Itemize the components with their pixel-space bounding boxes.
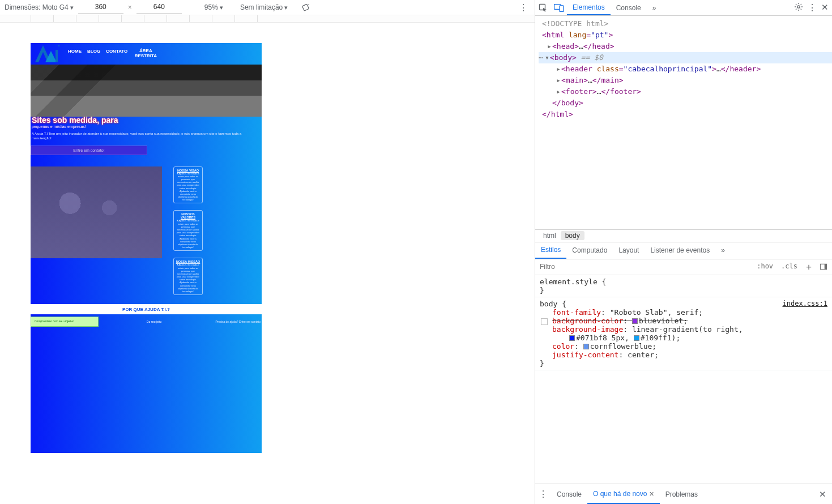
styles-tabs: Estilos Computado Layout Listener de eve… [535, 242, 832, 259]
site-nav: HOME BLOG CONTATO ÁREA RESTRITA [68, 49, 158, 59]
tabs-more-icon[interactable]: » [647, 0, 662, 15]
device-toggle-icon[interactable] [552, 1, 566, 15]
tab-elements[interactable]: Elementos [567, 0, 611, 15]
kebab-icon[interactable]: ⋮ [808, 2, 817, 13]
card-valores: NOSSOS VALORES A Ajuda T.I foi criada e … [173, 210, 203, 251]
why-title: POR QUE AJUDA T.I.? [31, 304, 262, 314]
device-toolbar: Dimensões: Moto G4 × 95% Sem limitação ⋮ [0, 0, 535, 15]
svg-rect-3 [56, 50, 58, 62]
hero-subtitle: pequenas e médias empresas! [32, 125, 262, 129]
rule-body: body { [540, 300, 566, 308]
cta-button[interactable]: Entre em contato! [31, 146, 147, 155]
close-icon[interactable]: ✕ [817, 488, 831, 501]
breadcrumb: html body [535, 230, 832, 242]
card-visao: NOSSA VISÃO A Ajuda T.I foi criada e exi… [173, 166, 203, 204]
dom-tree[interactable]: <!DOCTYPE html> <html lang="pt"> ▸<head>… [535, 16, 832, 229]
bottom-commitment: Compromisso com seu objetivo [31, 317, 99, 327]
color-swatch[interactable] [632, 318, 638, 324]
svg-line-14 [801, 9, 801, 10]
svg-rect-18 [825, 264, 827, 269]
devtools-toolbar: Elementos Console » ⋮ ✕ [535, 0, 832, 16]
crumb-body[interactable]: body [561, 231, 584, 240]
card-title: NOSSA VISÃO [176, 169, 200, 172]
tabs-more-icon[interactable]: » [715, 242, 731, 259]
svg-rect-7 [560, 6, 564, 12]
color-swatch[interactable] [634, 335, 639, 341]
hero-description: A Ajuda T.I Tem um jeito inovador de ate… [31, 129, 262, 144]
styles-body[interactable]: element.style { } index.css:1 body { fon… [535, 275, 832, 484]
dom-selected-body[interactable]: ⋯▾<body> == $0 [539, 52, 832, 63]
hov-toggle[interactable]: :hov [755, 262, 775, 272]
hero-image [31, 65, 262, 117]
tab-layout[interactable]: Layout [613, 242, 645, 259]
kebab-icon[interactable]: ⋮ [519, 2, 528, 13]
rule-element-style: element.style { [540, 277, 606, 286]
svg-line-16 [801, 4, 801, 5]
zoom-dropdown[interactable]: 95% [198, 3, 230, 11]
site-header: HOME BLOG CONTATO ÁREA RESTRITA [31, 43, 262, 65]
nav-area-restrita[interactable]: ÁREA RESTRITA [133, 49, 158, 59]
tab-listeners[interactable]: Listener de eventos [645, 242, 715, 259]
site-logo [35, 45, 62, 62]
inspect-icon[interactable] [536, 1, 550, 15]
nav-home[interactable]: HOME [68, 49, 82, 59]
card-title: NOSSOS VALORES [176, 212, 200, 219]
bottom-middle: Do seu jeito [99, 317, 210, 327]
tab-console[interactable]: Console [611, 0, 647, 15]
gear-icon[interactable] [794, 2, 803, 13]
cls-toggle[interactable]: .cls [779, 262, 799, 272]
color-swatch[interactable] [569, 335, 575, 341]
svg-line-13 [796, 4, 796, 5]
drawer-whatsnew[interactable]: O que há de novo× [587, 484, 660, 504]
dim-separator: × [126, 3, 134, 11]
device-preset-dropdown[interactable]: Dimensões: Moto G4 [0, 3, 74, 11]
card-text: A Ajuda T.I foi criada e existe para tod… [176, 219, 200, 249]
svg-line-15 [796, 9, 796, 10]
card-text: A Ajuda T.I foi criada e existe para tod… [176, 263, 200, 293]
tab-computed[interactable]: Computado [566, 242, 613, 259]
bottom-help: Precisa de ajuda? Entre em contato [210, 317, 262, 327]
styles-filter-input[interactable] [535, 259, 752, 275]
device-height-input[interactable] [136, 1, 182, 14]
prop-checkbox[interactable] [541, 318, 548, 325]
doctype: <!DOCTYPE html> [542, 19, 608, 28]
card-missao: NOSSA MISSÃO A Ajuda T.I foi criada e ex… [173, 258, 203, 295]
hero-title: Sites sob medida, para [32, 116, 262, 125]
device-width-input[interactable] [78, 1, 123, 14]
svg-rect-0 [302, 4, 309, 11]
crumb-html[interactable]: html [539, 231, 561, 240]
source-link[interactable]: index.css:1 [783, 300, 827, 307]
drawer-problems[interactable]: Problemas [660, 484, 703, 504]
nav-blog[interactable]: BLOG [87, 49, 100, 59]
close-icon[interactable]: × [647, 489, 654, 498]
device-frame: HOME BLOG CONTATO ÁREA RESTRITA Sites so… [31, 43, 262, 453]
styles-toolbar: :hov .cls + [535, 259, 832, 275]
svg-rect-4 [58, 45, 59, 46]
bottom-row: Compromisso com seu objetivo Do seu jeit… [31, 317, 262, 327]
rotate-icon[interactable] [297, 3, 315, 12]
card-text: A Ajuda T.I foi criada e existe para tod… [176, 172, 200, 202]
throttle-dropdown[interactable]: Sem limitação [233, 3, 295, 11]
drawer-console[interactable]: Console [551, 484, 587, 504]
color-swatch[interactable] [583, 344, 589, 349]
panel-layout-icon[interactable] [818, 262, 829, 272]
svg-point-8 [797, 6, 800, 8]
tab-styles[interactable]: Estilos [535, 242, 566, 259]
drawer: ⋮ Console O que há de novo× Problemas ✕ [535, 484, 832, 504]
close-icon[interactable]: ✕ [821, 2, 829, 13]
nav-contato[interactable]: CONTATO [106, 49, 127, 59]
hero: Sites sob medida, para pequenas e médias… [31, 65, 262, 155]
new-rule-button[interactable]: + [804, 262, 814, 272]
kebab-icon[interactable]: ⋮ [536, 488, 550, 501]
ruler [0, 15, 535, 23]
about-image [31, 166, 162, 258]
